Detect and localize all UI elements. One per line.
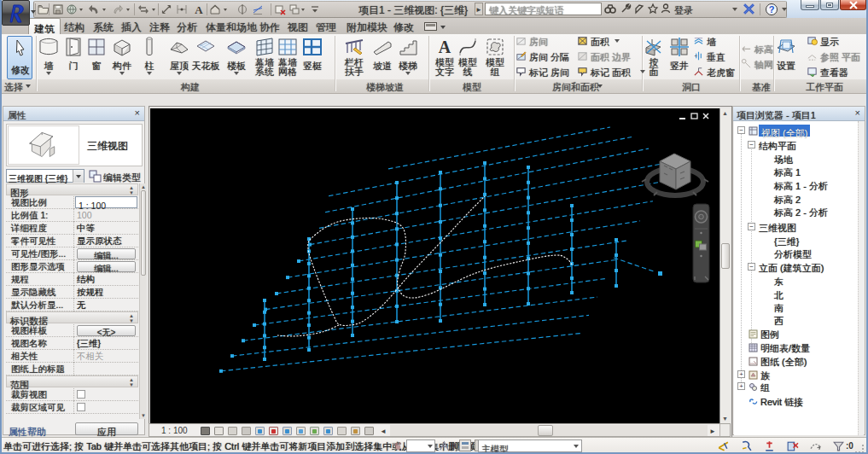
svg-text:?: ? xyxy=(769,4,775,15)
svg-text:A: A xyxy=(439,38,451,56)
svg-text:A: A xyxy=(195,3,203,15)
